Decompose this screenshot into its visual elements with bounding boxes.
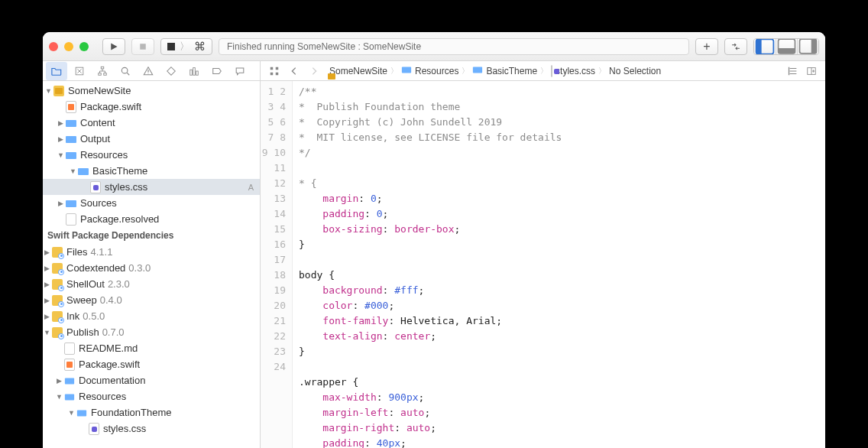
svg-rect-17 — [66, 136, 76, 143]
tree-row-dep[interactable]: ▼Publish0.7.0 — [43, 324, 260, 340]
tree-row[interactable]: ▼FoundationTheme — [43, 404, 260, 420]
svg-rect-21 — [65, 378, 74, 384]
find-navigator-tab[interactable] — [115, 62, 136, 80]
stop-icon — [138, 42, 147, 51]
tree-row-project-root[interactable]: ▼ SomeNewSite — [43, 83, 260, 99]
crumb-symbol[interactable]: No Selection — [609, 66, 661, 76]
svg-rect-1 — [140, 44, 146, 50]
tree-row-dep[interactable]: ▶Ink0.5.0 — [43, 308, 260, 324]
add-editor-button[interactable] — [804, 63, 819, 79]
run-button[interactable] — [102, 38, 125, 55]
stop-button[interactable] — [131, 38, 154, 55]
tree-label: README.md — [79, 342, 138, 354]
css-file-icon — [90, 181, 101, 193]
tree-row-dep[interactable]: ▶ShellOut2.3.0 — [43, 276, 260, 292]
project-navigator-tab[interactable] — [46, 62, 67, 80]
jump-bar-right — [785, 63, 819, 79]
chevron-right-icon — [309, 66, 319, 76]
tree-row-dep[interactable]: ▶Codextended0.3.0 — [43, 260, 260, 276]
symbol-navigator-tab[interactable] — [92, 62, 113, 80]
crumb-file[interactable]: styles.css — [551, 66, 595, 76]
package-icon — [52, 311, 63, 322]
tree-row[interactable]: ▶Documentation — [43, 372, 260, 388]
report-navigator-tab[interactable] — [229, 62, 251, 80]
window-close-button[interactable] — [49, 42, 58, 51]
code-editor[interactable]: 1 2 3 4 5 6 7 8 9 10 11 12 13 14 15 16 1… — [261, 81, 825, 448]
tree-row-content[interactable]: ▶ Content — [43, 115, 260, 131]
toggle-right-panel[interactable] — [797, 39, 818, 54]
svg-rect-11 — [104, 73, 107, 75]
tree-row-package-resolved[interactable]: ▶ Package.resolved — [43, 211, 260, 227]
package-icon — [52, 279, 63, 290]
toggle-bottom-panel[interactable] — [776, 39, 797, 54]
svg-marker-0 — [111, 43, 117, 50]
svg-rect-7 — [811, 39, 817, 54]
swift-file-icon — [66, 101, 76, 113]
scheme-selector[interactable]: 〉 ⌘ — [160, 38, 212, 55]
tree-version: 0.5.0 — [83, 310, 105, 322]
code-review-button[interactable] — [724, 38, 747, 55]
tree-row[interactable]: ▶README.md — [43, 340, 260, 356]
source-control-navigator-tab[interactable] — [69, 62, 90, 80]
svg-rect-13 — [190, 70, 193, 75]
folder-icon — [65, 197, 77, 209]
nav-back-button[interactable] — [287, 63, 302, 79]
scheme-target-icon — [167, 43, 175, 50]
svg-rect-25 — [276, 67, 279, 70]
svg-rect-30 — [789, 67, 789, 75]
tree-row[interactable]: ▶styles.css — [43, 420, 260, 437]
tree-version: 0.3.0 — [128, 262, 151, 274]
nav-forward-button[interactable] — [306, 63, 322, 79]
tree-label: styles.css — [103, 423, 146, 434]
lines-icon — [788, 66, 798, 76]
tree-row-dep[interactable]: ▶Sweep0.4.0 — [43, 292, 260, 308]
tree-label: Resources — [80, 149, 128, 161]
breakpoint-navigator-tab[interactable] — [206, 62, 228, 80]
bottom-panel-icon — [776, 38, 797, 55]
navigator-tabs — [43, 61, 260, 81]
code-lines[interactable]: /** * Publish Foundation theme * Copyrig… — [293, 81, 825, 448]
library-button[interactable]: + — [695, 38, 718, 55]
tree-label: Package.resolved — [80, 213, 159, 225]
compare-arrows-icon — [731, 42, 740, 51]
tree-row-resources[interactable]: ▼ Resources — [43, 147, 260, 163]
deps-section-header: Swift Package Dependencies — [43, 227, 260, 244]
add-pane-icon — [806, 66, 817, 76]
tree-row-styles-css[interactable]: ▶ styles.css A — [43, 179, 260, 195]
test-navigator-tab[interactable] — [160, 62, 182, 80]
svg-rect-9 — [101, 67, 104, 69]
tree-label: Package.swift — [80, 101, 141, 112]
panel-toggle-segment — [753, 38, 819, 55]
crumb-folder[interactable]: BasicTheme — [472, 64, 537, 77]
tree-row[interactable]: ▼Resources — [43, 388, 260, 404]
crumb-project[interactable]: SomeNewSite — [326, 66, 387, 76]
folder-icon — [65, 149, 77, 161]
editor-options-button[interactable] — [785, 63, 801, 79]
debug-navigator-tab[interactable] — [183, 62, 205, 80]
issue-navigator-tab[interactable] — [138, 62, 159, 80]
scheme-destination-separator: 〉 — [180, 40, 189, 54]
tree-row-sources[interactable]: ▶ Sources — [43, 195, 260, 211]
toggle-left-panel[interactable] — [754, 39, 776, 54]
tree-label: Documentation — [79, 375, 145, 386]
window-zoom-button[interactable] — [79, 42, 89, 51]
project-icon — [53, 86, 64, 96]
project-tree[interactable]: ▼ SomeNewSite ▶ Package.swift ▶ Content … — [43, 81, 260, 448]
tree-row-package-swift[interactable]: ▶ Package.swift — [43, 99, 260, 115]
crumb-folder[interactable]: Resources — [401, 64, 458, 77]
svg-point-12 — [121, 67, 128, 73]
editor: SomeNewSite 〉 Resources 〉 BasicTheme 〉 s… — [261, 61, 825, 448]
window-minimize-button[interactable] — [64, 42, 73, 51]
jump-bar-crumbs[interactable]: SomeNewSite 〉 Resources 〉 BasicTheme 〉 s… — [326, 64, 781, 77]
tree-row-dep[interactable]: ▶Files4.1.1 — [43, 244, 260, 260]
related-items-button[interactable] — [267, 63, 282, 79]
tree-version: 0.7.0 — [102, 326, 125, 338]
tree-row[interactable]: ▶Package.swift — [43, 356, 260, 372]
svg-rect-3 — [756, 39, 762, 54]
xcode-window: 〉 ⌘ Finished running SomeNewSite : SomeN… — [43, 32, 825, 448]
tree-row-basic-theme[interactable]: ▼ BasicTheme — [43, 163, 260, 179]
svg-rect-29 — [473, 67, 482, 73]
activity-status-bar: Finished running SomeNewSite : SomeNewSi… — [219, 38, 689, 55]
tree-row-output[interactable]: ▶ Output — [43, 131, 260, 147]
navigator: ▼ SomeNewSite ▶ Package.swift ▶ Content … — [43, 61, 261, 448]
